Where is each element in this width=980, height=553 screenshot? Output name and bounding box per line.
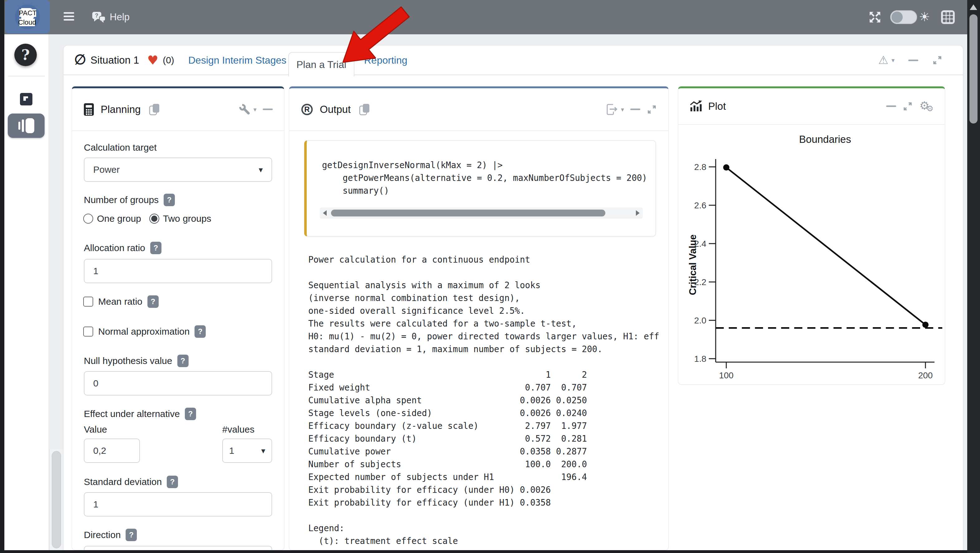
page-scrollbar[interactable] [967,0,980,553]
window-edge-bottom [0,550,980,553]
help-badge[interactable]: ? [164,194,175,206]
chevron-down-icon: ▾ [621,106,624,113]
help-badge[interactable]: ? [148,295,159,308]
number-of-groups-radios: One group Two groups [83,212,212,225]
warnings-dropdown[interactable]: ⚠ ▾ [878,54,895,66]
minimize-planning-button[interactable] [263,108,273,110]
tab-design-interim-stages[interactable]: Design Interim Stages [188,45,286,75]
minimize-plot-button[interactable] [886,105,896,107]
situation-header: ∅ Situation 1 ♥ (0) [74,45,174,75]
scroll-up-arrow-icon[interactable] [970,4,977,10]
svg-text:1.8: 1.8 [694,354,706,364]
normal-approximation-checkbox[interactable] [83,327,93,336]
standard-deviation-input[interactable]: 1 [84,492,272,516]
output-title: Output [320,104,351,115]
help-badge[interactable]: ? [167,476,178,488]
minimize-output-button[interactable] [630,108,640,110]
content-scrollbar-thumb[interactable] [52,451,61,548]
sidebar: ? [4,34,49,550]
calculation-target-value: Power [93,164,120,175]
content-scrollbar[interactable] [49,449,63,550]
help-badge[interactable]: ? [194,325,206,338]
situation-title: Situation 1 [91,54,139,66]
sidebar-divider [8,76,45,76]
svg-text:Critical Value: Critical Value [687,234,698,295]
planning-panel: Planning ▾ Calculation target Power ▾ [72,86,284,550]
collapse-bar-icon [22,120,24,132]
app-screen: PACT Cloud ? Help [0,0,980,553]
minimize-card-button[interactable] [908,60,918,61]
one-group-label: One group [97,214,141,224]
stairs-icon[interactable] [20,93,32,105]
window-edge-left [0,0,4,553]
favorites-count: (0) [163,55,174,65]
svg-text:PACT: PACT [19,9,37,17]
svg-text:Sample Size: Sample Size [797,383,853,384]
plot-panel: Plot ⚙ ⚙ Boundaries1.82.02.22.42.62.8100… [678,86,945,384]
chevron-down-icon: ▾ [891,56,895,64]
allocation-ratio-label: Allocation ratio ? [84,241,161,255]
output-panel-header: R Output ▾ [289,88,668,131]
effect-value-input[interactable]: 0,2 [84,438,140,463]
r-console-output: Power calculation for a continuous endpo… [308,253,667,547]
avatar-question-glyph: ? [22,46,30,63]
tabbar: ∅ Situation 1 ♥ (0) Design Interim Stage… [63,45,963,75]
expand-card-icon[interactable] [932,55,943,65]
toggle-knob [891,11,903,23]
svg-text:2.0: 2.0 [694,316,706,325]
svg-text:R: R [304,105,310,113]
tools-dropdown[interactable]: ▾ [239,104,256,115]
theme-toggle[interactable] [890,10,917,24]
planning-panel-header: Planning ▾ [72,88,284,131]
value-label: Value [84,423,107,436]
expand-output-icon[interactable] [646,104,657,115]
app-logo[interactable]: PACT Cloud [5,0,50,34]
calculation-target-label: Calculation target [84,141,156,154]
effect-under-alternative-label: Effect under alternative ? [84,407,196,421]
hamburger-menu-icon[interactable] [64,10,75,24]
null-hypothesis-input[interactable]: 0 [84,371,272,395]
fullscreen-icon[interactable] [869,11,881,25]
r-code[interactable]: getDesignInverseNormal(kMax = 2) |> getP… [322,159,647,197]
allocation-ratio-input[interactable]: 1 [84,259,272,283]
mean-ratio-checkbox[interactable] [83,296,93,307]
export-file-icon [605,103,618,116]
page-scrollbar-thumb[interactable] [969,14,977,124]
chart-icon [689,100,702,112]
copy-icon[interactable] [149,103,161,116]
plot-settings-gears-icon[interactable]: ⚙ ⚙ [919,100,934,113]
chevron-down-icon: ▾ [259,165,263,174]
radio-one-group[interactable] [83,214,93,224]
svg-text:Boundaries: Boundaries [799,134,851,145]
plot-panel-header: Plot ⚙ ⚙ [678,88,945,125]
apps-grid-icon[interactable] [941,10,955,25]
expand-plot-icon[interactable] [902,101,913,112]
heart-icon[interactable]: ♥ [147,54,158,67]
help-button[interactable]: ? Help [92,0,130,34]
sidebar-collapse-button[interactable] [8,113,45,138]
user-avatar[interactable]: ? [14,44,37,66]
nvalues-label: #values [222,423,255,436]
code-scrollbar-thumb[interactable] [331,210,605,217]
planning-title: Planning [101,104,141,115]
calculation-target-select[interactable]: Power ▾ [84,158,272,182]
radio-two-groups[interactable] [149,214,159,224]
copy-icon[interactable] [359,103,371,116]
help-badge[interactable]: ? [150,242,161,254]
scroll-left-arrow-icon[interactable] [323,210,327,216]
help-badge[interactable]: ? [126,529,137,541]
svg-text:200: 200 [918,371,933,380]
help-badge[interactable]: ? [177,355,189,367]
code-horizontal-scrollbar[interactable] [320,207,643,218]
two-groups-label: Two groups [163,214,212,224]
scroll-right-arrow-icon[interactable] [636,210,640,216]
null-hypothesis-label: Null hypothesis value ? [84,354,189,367]
help-badge[interactable]: ? [185,408,196,420]
svg-text:2.8: 2.8 [694,162,706,172]
export-dropdown[interactable]: ▾ [605,103,624,116]
direction-input[interactable] [84,546,272,550]
brightness-icon[interactable]: ☀ [919,11,930,23]
plot-title: Plot [708,100,726,112]
nvalues-select[interactable]: 1 ▾ [222,438,272,463]
collapse-panel-icon [25,118,34,133]
